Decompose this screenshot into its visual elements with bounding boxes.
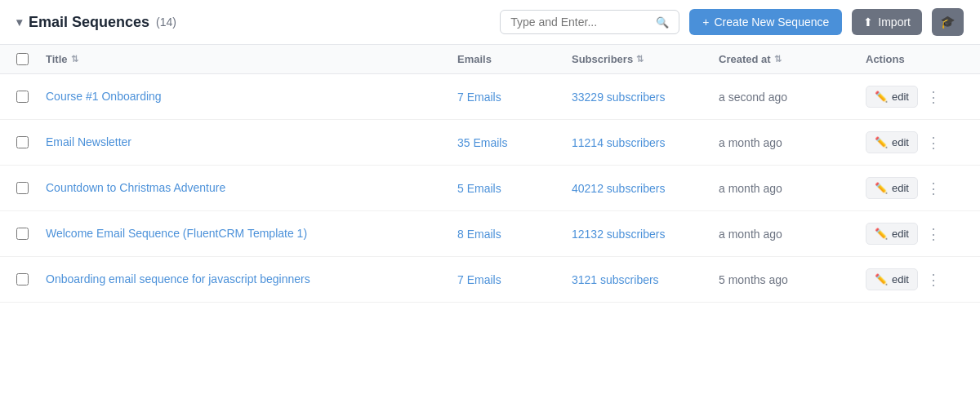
search-container: 🔍	[500, 10, 679, 34]
edit-label: edit	[892, 136, 909, 148]
row-actions: ✏️ edit ⋮	[866, 86, 964, 108]
upload-icon: ⬆	[863, 15, 873, 29]
edit-icon: ✏️	[875, 182, 888, 194]
search-icon: 🔍	[656, 16, 669, 29]
create-sequence-label: Create New Sequence	[714, 15, 829, 29]
row-subscribers: 11214 subscribers	[572, 136, 719, 149]
subscribers-column-header[interactable]: Subscribers ⇅	[572, 53, 719, 65]
create-sequence-button[interactable]: + Create New Sequence	[689, 9, 842, 35]
edit-label: edit	[892, 91, 909, 103]
import-button[interactable]: ⬆ Import	[852, 9, 922, 35]
extra-icon-button[interactable]: 🎓	[932, 8, 964, 36]
row-created-at: a month ago	[719, 182, 866, 195]
row-checkbox-container	[16, 91, 46, 103]
row-emails: 7 Emails	[457, 273, 572, 286]
table-body: Course #1 Onboarding 7 Emails 33229 subs…	[0, 74, 980, 303]
row-created-at: a month ago	[719, 136, 866, 149]
graduation-icon: 🎓	[940, 15, 956, 29]
edit-button[interactable]: ✏️ edit	[866, 131, 918, 153]
row-actions: ✏️ edit ⋮	[866, 177, 964, 199]
row-checkbox[interactable]	[16, 91, 29, 103]
row-actions: ✏️ edit ⋮	[866, 223, 964, 245]
edit-button[interactable]: ✏️ edit	[866, 177, 918, 199]
edit-icon: ✏️	[875, 228, 888, 240]
sequence-count: (14)	[156, 15, 176, 29]
title-column-header[interactable]: Title ⇅	[46, 53, 457, 65]
row-subscribers: 3121 subscribers	[572, 273, 719, 286]
select-all-header	[16, 53, 46, 65]
row-actions: ✏️ edit ⋮	[866, 268, 964, 290]
row-subscribers: 33229 subscribers	[572, 91, 719, 104]
row-emails: 7 Emails	[457, 91, 572, 104]
edit-button[interactable]: ✏️ edit	[866, 268, 918, 290]
row-created-at: 5 months ago	[719, 273, 866, 286]
title-sort-icon: ⇅	[71, 54, 78, 64]
page-title: Email Sequences	[29, 14, 149, 31]
row-checkbox[interactable]	[16, 136, 29, 148]
table-row: Email Newsletter 35 Emails 11214 subscri…	[0, 120, 980, 166]
plus-icon: +	[702, 15, 709, 29]
row-actions: ✏️ edit ⋮	[866, 131, 964, 153]
row-title[interactable]: Email Newsletter	[46, 135, 457, 151]
more-options-button[interactable]: ⋮	[923, 271, 944, 289]
edit-button[interactable]: ✏️ edit	[866, 223, 918, 245]
row-emails: 35 Emails	[457, 136, 572, 149]
row-checkbox[interactable]	[16, 273, 29, 285]
row-subscribers: 40212 subscribers	[572, 182, 719, 195]
row-title[interactable]: Countdown to Christmas Adventure	[46, 180, 457, 197]
actions-column-header: Actions	[866, 53, 964, 65]
row-title[interactable]: Welcome Email Sequence (FluentCRM Templa…	[46, 226, 457, 242]
row-created-at: a second ago	[719, 91, 866, 104]
subscribers-sort-icon: ⇅	[636, 54, 644, 64]
row-emails: 8 Emails	[457, 228, 572, 241]
emails-column-header: Emails	[457, 53, 572, 65]
page-title-container: ▾ Email Sequences (14)	[16, 14, 490, 31]
created-at-column-header[interactable]: Created at ⇅	[719, 53, 866, 65]
row-checkbox[interactable]	[16, 182, 29, 194]
chevron-down-icon: ▾	[16, 15, 22, 29]
edit-label: edit	[892, 182, 909, 194]
row-emails: 5 Emails	[457, 182, 572, 195]
row-checkbox-container	[16, 273, 46, 285]
row-subscribers: 12132 subscribers	[572, 228, 719, 241]
edit-icon: ✏️	[875, 136, 888, 148]
row-title[interactable]: Onboarding email sequence for javascript…	[46, 272, 457, 288]
created-sort-icon: ⇅	[774, 54, 782, 64]
edit-label: edit	[892, 228, 909, 240]
row-checkbox-container	[16, 136, 46, 148]
more-options-button[interactable]: ⋮	[923, 179, 944, 197]
table-row: Course #1 Onboarding 7 Emails 33229 subs…	[0, 74, 980, 120]
edit-label: edit	[892, 273, 909, 285]
edit-button[interactable]: ✏️ edit	[866, 86, 918, 108]
page-header: ▾ Email Sequences (14) 🔍 + Create New Se…	[0, 0, 980, 45]
table-row: Onboarding email sequence for javascript…	[0, 257, 980, 303]
table-row: Countdown to Christmas Adventure 5 Email…	[0, 166, 980, 211]
edit-icon: ✏️	[875, 91, 888, 103]
row-checkbox-container	[16, 228, 46, 240]
table-row: Welcome Email Sequence (FluentCRM Templa…	[0, 211, 980, 257]
row-checkbox[interactable]	[16, 228, 29, 240]
row-checkbox-container	[16, 182, 46, 194]
more-options-button[interactable]: ⋮	[923, 88, 944, 106]
select-all-checkbox[interactable]	[16, 53, 29, 65]
import-label: Import	[878, 15, 911, 29]
row-created-at: a month ago	[719, 228, 866, 241]
more-options-button[interactable]: ⋮	[923, 225, 944, 243]
more-options-button[interactable]: ⋮	[923, 134, 944, 152]
edit-icon: ✏️	[875, 273, 888, 285]
sequences-table: Title ⇅ Emails Subscribers ⇅ Created at …	[0, 45, 980, 303]
search-input[interactable]	[510, 15, 649, 29]
table-header-row: Title ⇅ Emails Subscribers ⇅ Created at …	[0, 45, 980, 74]
row-title[interactable]: Course #1 Onboarding	[46, 89, 457, 105]
